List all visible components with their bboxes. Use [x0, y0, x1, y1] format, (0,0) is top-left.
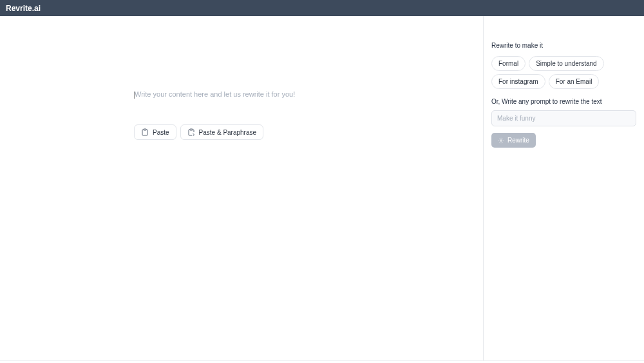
prompt-label: Or, Write any prompt to rewrite the text	[491, 98, 636, 105]
svg-point-2	[500, 139, 502, 141]
sparkle-icon	[498, 137, 504, 144]
chip-instagram[interactable]: For instagram	[491, 74, 545, 89]
paste-paraphrase-button[interactable]: Paste & Paraphrase	[180, 124, 264, 140]
options-panel: Rewrite to make it Formal Simple to unde…	[484, 16, 644, 361]
paste-paraphrase-label: Paste & Paraphrase	[199, 129, 257, 136]
paste-button[interactable]: Paste	[134, 124, 176, 140]
main-layout: Write your content here and let us rewri…	[0, 16, 644, 361]
chip-email[interactable]: For an Email	[549, 74, 600, 89]
prompt-input[interactable]	[491, 110, 636, 126]
svg-rect-0	[144, 129, 146, 130]
rewrite-label: Rewrite	[507, 137, 529, 144]
clipboard-icon	[141, 128, 149, 136]
clipboard-arrow-icon	[187, 128, 195, 136]
editor-actions: Paste Paste & Paraphrase	[134, 124, 483, 140]
content-placeholder: Write your content here and let us rewri…	[134, 90, 295, 98]
tone-chips: Formal Simple to understand For instagra…	[491, 56, 636, 89]
svg-rect-1	[190, 129, 193, 130]
content-input[interactable]: Write your content here and let us rewri…	[134, 90, 483, 98]
paste-label: Paste	[153, 129, 169, 136]
rewrite-button[interactable]: Rewrite	[491, 133, 536, 148]
editor-panel: Write your content here and let us rewri…	[0, 16, 483, 361]
chip-simple[interactable]: Simple to understand	[529, 56, 604, 71]
app-title: Revrite.ai	[6, 4, 41, 13]
app-header: Revrite.ai	[0, 0, 644, 16]
chip-formal[interactable]: Formal	[491, 56, 526, 71]
rewrite-section-label: Rewrite to make it	[491, 42, 636, 49]
footer-divider	[0, 360, 644, 361]
